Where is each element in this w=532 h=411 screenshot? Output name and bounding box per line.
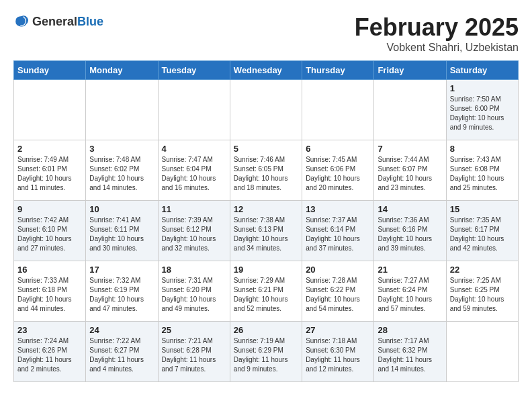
- day-info: Sunrise: 7:31 AM Sunset: 6:20 PM Dayligh…: [162, 276, 226, 314]
- day-info: Sunrise: 7:37 AM Sunset: 6:14 PM Dayligh…: [306, 216, 370, 253]
- day-cell: [158, 80, 230, 140]
- day-cell: 25Sunrise: 7:21 AM Sunset: 6:28 PM Dayli…: [158, 322, 230, 382]
- header-wednesday: Wednesday: [230, 61, 302, 80]
- day-cell: 9Sunrise: 7:42 AM Sunset: 6:10 PM Daylig…: [14, 201, 86, 261]
- day-number: 1: [450, 83, 515, 93]
- day-cell: 26Sunrise: 7:19 AM Sunset: 6:29 PM Dayli…: [230, 322, 302, 382]
- header-friday: Friday: [374, 61, 446, 80]
- day-cell: 6Sunrise: 7:45 AM Sunset: 6:06 PM Daylig…: [302, 140, 374, 201]
- day-info: Sunrise: 7:21 AM Sunset: 6:28 PM Dayligh…: [162, 336, 226, 374]
- day-info: Sunrise: 7:22 AM Sunset: 6:27 PM Dayligh…: [89, 336, 154, 374]
- logo: GeneralBlue: [13, 13, 103, 30]
- day-cell: [14, 80, 86, 140]
- day-cell: 13Sunrise: 7:37 AM Sunset: 6:14 PM Dayli…: [302, 201, 374, 261]
- header-saturday: Saturday: [446, 61, 518, 80]
- day-number: 24: [89, 325, 154, 335]
- day-number: 11: [162, 204, 226, 214]
- logo-icon: [13, 13, 30, 30]
- day-info: Sunrise: 7:45 AM Sunset: 6:06 PM Dayligh…: [306, 155, 370, 193]
- day-cell: 16Sunrise: 7:33 AM Sunset: 6:18 PM Dayli…: [14, 261, 86, 322]
- day-cell: 15Sunrise: 7:35 AM Sunset: 6:17 PM Dayli…: [446, 201, 518, 261]
- day-cell: 2Sunrise: 7:49 AM Sunset: 6:01 PM Daylig…: [14, 140, 86, 201]
- week-row-2: 9Sunrise: 7:42 AM Sunset: 6:10 PM Daylig…: [14, 201, 519, 261]
- day-cell: 22Sunrise: 7:25 AM Sunset: 6:25 PM Dayli…: [446, 261, 518, 322]
- day-cell: 12Sunrise: 7:38 AM Sunset: 6:13 PM Dayli…: [230, 201, 302, 261]
- day-number: 6: [306, 144, 370, 154]
- day-cell: 17Sunrise: 7:32 AM Sunset: 6:19 PM Dayli…: [86, 261, 158, 322]
- day-cell: [302, 80, 374, 140]
- day-cell: 11Sunrise: 7:39 AM Sunset: 6:12 PM Dayli…: [158, 201, 230, 261]
- day-info: Sunrise: 7:28 AM Sunset: 6:22 PM Dayligh…: [306, 276, 370, 314]
- day-info: Sunrise: 7:41 AM Sunset: 6:11 PM Dayligh…: [89, 216, 154, 253]
- day-number: 9: [17, 204, 82, 214]
- day-number: 19: [234, 265, 298, 275]
- day-info: Sunrise: 7:49 AM Sunset: 6:01 PM Dayligh…: [17, 155, 82, 193]
- day-cell: 10Sunrise: 7:41 AM Sunset: 6:11 PM Dayli…: [86, 201, 158, 261]
- day-number: 3: [89, 144, 154, 154]
- day-number: 15: [450, 204, 515, 214]
- header-row: SundayMondayTuesdayWednesdayThursdayFrid…: [14, 61, 519, 80]
- day-cell: 5Sunrise: 7:46 AM Sunset: 6:05 PM Daylig…: [230, 140, 302, 201]
- day-cell: [446, 322, 518, 382]
- day-number: 21: [378, 265, 442, 275]
- page-header: GeneralBlue February 2025 Vobkent Shahri…: [13, 13, 519, 54]
- calendar-subtitle: Vobkent Shahri, Uzbekistan: [355, 42, 519, 54]
- day-number: 10: [89, 204, 154, 214]
- day-number: 16: [17, 265, 82, 275]
- day-number: 2: [17, 144, 82, 154]
- day-cell: 19Sunrise: 7:29 AM Sunset: 6:21 PM Dayli…: [230, 261, 302, 322]
- day-number: 17: [89, 265, 154, 275]
- day-cell: 18Sunrise: 7:31 AM Sunset: 6:20 PM Dayli…: [158, 261, 230, 322]
- day-info: Sunrise: 7:42 AM Sunset: 6:10 PM Dayligh…: [17, 216, 82, 253]
- day-info: Sunrise: 7:32 AM Sunset: 6:19 PM Dayligh…: [89, 276, 154, 314]
- day-info: Sunrise: 7:38 AM Sunset: 6:13 PM Dayligh…: [234, 216, 298, 253]
- day-number: 27: [306, 325, 370, 335]
- day-info: Sunrise: 7:33 AM Sunset: 6:18 PM Dayligh…: [17, 276, 82, 314]
- week-row-0: 1Sunrise: 7:50 AM Sunset: 6:00 PM Daylig…: [14, 80, 519, 140]
- day-info: Sunrise: 7:47 AM Sunset: 6:04 PM Dayligh…: [162, 155, 226, 193]
- header-thursday: Thursday: [302, 61, 374, 80]
- day-info: Sunrise: 7:46 AM Sunset: 6:05 PM Dayligh…: [234, 155, 298, 193]
- day-cell: 8Sunrise: 7:43 AM Sunset: 6:08 PM Daylig…: [446, 140, 518, 201]
- day-info: Sunrise: 7:24 AM Sunset: 6:26 PM Dayligh…: [17, 336, 82, 374]
- day-cell: 21Sunrise: 7:27 AM Sunset: 6:24 PM Dayli…: [374, 261, 446, 322]
- calendar-title: February 2025: [355, 13, 519, 42]
- header-sunday: Sunday: [14, 61, 86, 80]
- day-info: Sunrise: 7:48 AM Sunset: 6:02 PM Dayligh…: [89, 155, 154, 193]
- day-number: 28: [378, 325, 442, 335]
- day-info: Sunrise: 7:36 AM Sunset: 6:16 PM Dayligh…: [378, 216, 442, 253]
- day-number: 26: [234, 325, 298, 335]
- day-cell: 27Sunrise: 7:18 AM Sunset: 6:30 PM Dayli…: [302, 322, 374, 382]
- calendar-header: SundayMondayTuesdayWednesdayThursdayFrid…: [14, 61, 519, 80]
- header-monday: Monday: [86, 61, 158, 80]
- day-info: Sunrise: 7:39 AM Sunset: 6:12 PM Dayligh…: [162, 216, 226, 253]
- day-cell: 23Sunrise: 7:24 AM Sunset: 6:26 PM Dayli…: [14, 322, 86, 382]
- day-number: 22: [450, 265, 515, 275]
- day-cell: 24Sunrise: 7:22 AM Sunset: 6:27 PM Dayli…: [86, 322, 158, 382]
- day-cell: [374, 80, 446, 140]
- day-cell: 7Sunrise: 7:44 AM Sunset: 6:07 PM Daylig…: [374, 140, 446, 201]
- day-cell: 4Sunrise: 7:47 AM Sunset: 6:04 PM Daylig…: [158, 140, 230, 201]
- day-info: Sunrise: 7:19 AM Sunset: 6:29 PM Dayligh…: [234, 336, 298, 374]
- day-number: 8: [450, 144, 515, 154]
- day-cell: [86, 80, 158, 140]
- day-info: Sunrise: 7:44 AM Sunset: 6:07 PM Dayligh…: [378, 155, 442, 193]
- day-number: 23: [17, 325, 82, 335]
- title-block: February 2025 Vobkent Shahri, Uzbekistan: [355, 13, 519, 54]
- day-number: 18: [162, 265, 226, 275]
- day-cell: 1Sunrise: 7:50 AM Sunset: 6:00 PM Daylig…: [446, 80, 518, 140]
- logo-general: General: [32, 15, 77, 28]
- day-info: Sunrise: 7:29 AM Sunset: 6:21 PM Dayligh…: [234, 276, 298, 314]
- header-tuesday: Tuesday: [158, 61, 230, 80]
- day-info: Sunrise: 7:18 AM Sunset: 6:30 PM Dayligh…: [306, 336, 370, 374]
- day-info: Sunrise: 7:25 AM Sunset: 6:25 PM Dayligh…: [450, 276, 515, 314]
- day-info: Sunrise: 7:27 AM Sunset: 6:24 PM Dayligh…: [378, 276, 442, 314]
- day-cell: 20Sunrise: 7:28 AM Sunset: 6:22 PM Dayli…: [302, 261, 374, 322]
- day-info: Sunrise: 7:43 AM Sunset: 6:08 PM Dayligh…: [450, 155, 515, 193]
- day-number: 20: [306, 265, 370, 275]
- day-number: 12: [234, 204, 298, 214]
- day-number: 25: [162, 325, 226, 335]
- day-cell: 28Sunrise: 7:17 AM Sunset: 6:32 PM Dayli…: [374, 322, 446, 382]
- week-row-4: 23Sunrise: 7:24 AM Sunset: 6:26 PM Dayli…: [14, 322, 519, 382]
- week-row-1: 2Sunrise: 7:49 AM Sunset: 6:01 PM Daylig…: [14, 140, 519, 201]
